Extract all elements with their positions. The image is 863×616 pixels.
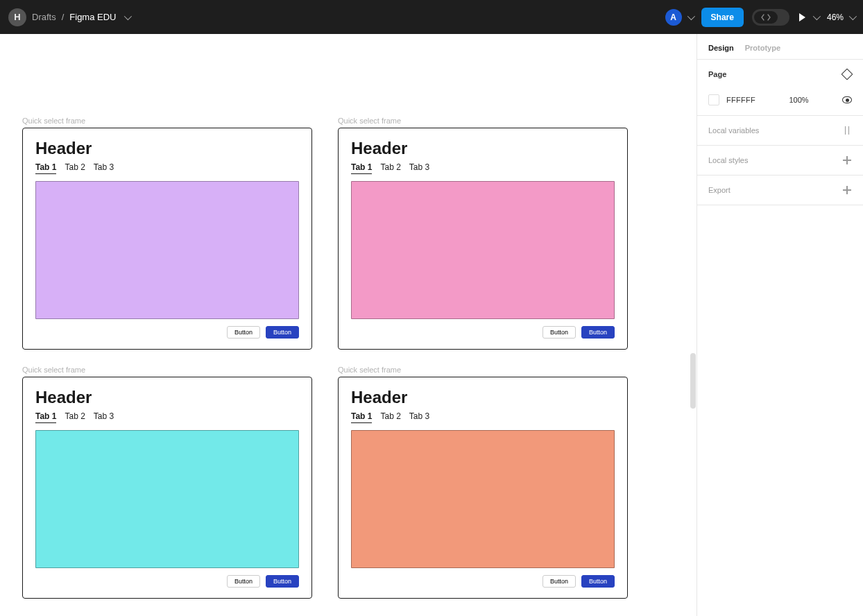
local-variables-header[interactable]: Local variables (697, 116, 863, 145)
frame-header-text: Header (35, 139, 299, 158)
frame-tab[interactable]: Tab 1 (351, 411, 372, 423)
frame-header-text: Header (351, 388, 615, 407)
frame-label[interactable]: Quick select frame (22, 117, 312, 125)
devmode-toggle[interactable] (752, 9, 789, 26)
frame-primary-button[interactable]: Button (266, 575, 299, 588)
frame-tab[interactable]: Tab 3 (409, 411, 429, 423)
frame-button-row: ButtonButton (351, 326, 615, 339)
tab-prototype[interactable]: Prototype (745, 44, 780, 52)
page-label: Page (708, 70, 726, 78)
frame-tab[interactable]: Tab 2 (65, 411, 85, 423)
frame-label[interactable]: Quick select frame (338, 366, 628, 374)
local-styles-label: Local styles (708, 156, 748, 164)
export-label: Export (708, 186, 730, 194)
design-frame[interactable]: HeaderTab 1Tab 2Tab 3ButtonButton (22, 128, 312, 350)
frame-tab[interactable]: Tab 2 (380, 411, 400, 423)
frame-content-area (351, 181, 615, 319)
breadcrumb: Drafts / Figma EDU (32, 12, 130, 22)
multiplayer-avatar[interactable]: A (665, 9, 693, 26)
frame-tab[interactable]: Tab 1 (35, 162, 56, 174)
breadcrumb-parent[interactable]: Drafts (32, 12, 56, 22)
canvas[interactable]: Quick select frameHeaderTab 1Tab 2Tab 3B… (0, 34, 697, 616)
frame-tab[interactable]: Tab 2 (380, 162, 400, 174)
eye-icon[interactable] (842, 95, 852, 105)
avatar: A (665, 9, 682, 26)
frame-tab[interactable]: Tab 3 (409, 162, 429, 174)
export-section: Export (697, 176, 863, 205)
frame-wrapper[interactable]: Quick select frameHeaderTab 1Tab 2Tab 3B… (22, 117, 312, 350)
frame-secondary-button[interactable]: Button (227, 575, 260, 588)
page-color-opacity[interactable]: 100% (789, 96, 808, 104)
chevron-down-icon[interactable] (124, 12, 132, 19)
frame-tab[interactable]: Tab 2 (65, 162, 85, 174)
frame-tab[interactable]: Tab 3 (94, 411, 114, 423)
chevron-down-icon[interactable] (687, 12, 694, 19)
frame-content-area (35, 181, 299, 319)
page-color-hex[interactable]: FFFFFF (726, 96, 755, 104)
frame-tabs: Tab 1Tab 2Tab 3 (351, 411, 615, 423)
code-icon (761, 14, 771, 21)
share-button[interactable]: Share (701, 8, 744, 27)
breadcrumb-separator: / (62, 12, 65, 22)
plus-icon[interactable] (842, 185, 852, 195)
page-color-input[interactable]: FFFFFF (708, 94, 755, 105)
frame-primary-button[interactable]: Button (581, 575, 615, 588)
frame-secondary-button[interactable]: Button (227, 326, 260, 339)
frame-tab[interactable]: Tab 1 (35, 411, 56, 423)
page-section-header: Page (697, 60, 863, 89)
frame-tab[interactable]: Tab 3 (94, 162, 114, 174)
breadcrumb-current[interactable]: Figma EDU (69, 12, 116, 22)
frame-content-area (351, 430, 615, 568)
panel-tabs: Design Prototype (697, 34, 863, 60)
design-frame[interactable]: HeaderTab 1Tab 2Tab 3ButtonButton (338, 128, 628, 350)
zoom-control[interactable]: 46% (827, 12, 855, 22)
frame-tabs: Tab 1Tab 2Tab 3 (35, 162, 299, 174)
tab-design[interactable]: Design (708, 44, 734, 52)
toolbar-right: A Share 46% (665, 8, 855, 27)
variable-icon[interactable] (842, 69, 852, 79)
home-icon[interactable]: H (8, 8, 26, 26)
play-icon (798, 12, 808, 22)
frame-label[interactable]: Quick select frame (338, 117, 628, 125)
frame-label[interactable]: Quick select frame (22, 366, 312, 374)
plus-icon[interactable] (842, 155, 852, 165)
devmode-knob (754, 11, 778, 24)
frame-wrapper[interactable]: Quick select frameHeaderTab 1Tab 2Tab 3B… (22, 366, 312, 599)
design-frame[interactable]: HeaderTab 1Tab 2Tab 3ButtonButton (22, 377, 312, 599)
right-panel: Design Prototype Page FFFFFF 100% Local … (697, 34, 863, 616)
frame-button-row: ButtonButton (351, 575, 615, 588)
local-variables-section: Local variables (697, 116, 863, 146)
frame-header-text: Header (351, 139, 615, 158)
scrollbar-thumb[interactable] (690, 353, 696, 409)
frame-primary-button[interactable]: Button (266, 326, 299, 339)
frame-tab[interactable]: Tab 1 (351, 162, 372, 174)
local-styles-section: Local styles (697, 146, 863, 176)
page-color-row: FFFFFF 100% (697, 89, 863, 115)
frame-tabs: Tab 1Tab 2Tab 3 (35, 411, 299, 423)
local-variables-label: Local variables (708, 126, 759, 135)
top-toolbar: H Drafts / Figma EDU A Share 46% (0, 0, 863, 34)
zoom-value: 46% (827, 12, 844, 22)
export-header[interactable]: Export (697, 176, 863, 205)
frame-header-text: Header (35, 388, 299, 407)
frame-button-row: ButtonButton (35, 575, 299, 588)
frame-secondary-button[interactable]: Button (542, 326, 576, 339)
frame-button-row: ButtonButton (35, 326, 299, 339)
present-button[interactable] (798, 12, 819, 22)
local-styles-header[interactable]: Local styles (697, 146, 863, 175)
color-swatch[interactable] (708, 94, 719, 105)
frame-content-area (35, 430, 299, 568)
frame-tabs: Tab 1Tab 2Tab 3 (351, 162, 615, 174)
toolbar-left: H Drafts / Figma EDU (8, 8, 130, 26)
page-section: Page FFFFFF 100% (697, 60, 863, 116)
design-frame[interactable]: HeaderTab 1Tab 2Tab 3ButtonButton (338, 377, 628, 599)
frame-secondary-button[interactable]: Button (542, 575, 576, 588)
chevron-down-icon[interactable] (813, 12, 821, 19)
sliders-icon[interactable] (842, 126, 852, 135)
frame-primary-button[interactable]: Button (581, 326, 615, 339)
frame-wrapper[interactable]: Quick select frameHeaderTab 1Tab 2Tab 3B… (338, 366, 628, 599)
frame-wrapper[interactable]: Quick select frameHeaderTab 1Tab 2Tab 3B… (338, 117, 628, 350)
chevron-down-icon (849, 12, 857, 19)
